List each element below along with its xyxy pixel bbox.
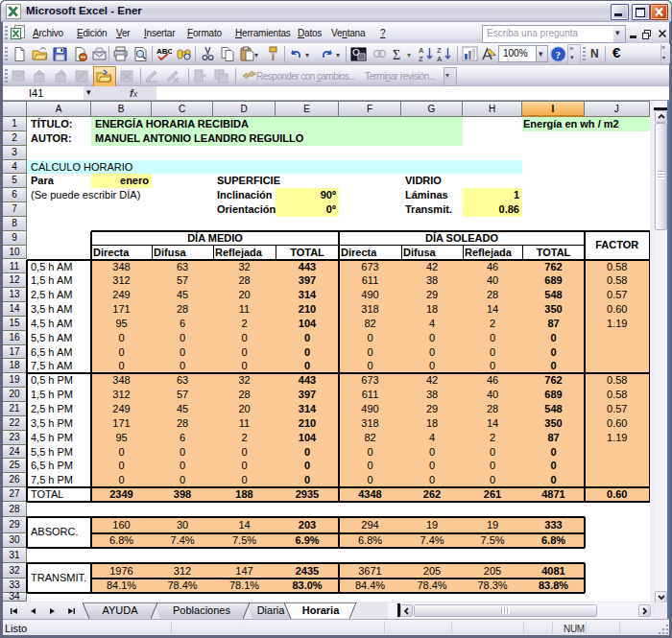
svg-text:A: A [419,46,424,55]
svg-text:ABC: ABC [156,47,172,56]
svg-text:Z: Z [437,46,442,55]
svg-text:Z: Z [419,55,423,62]
svg-text:?: ? [556,49,562,60]
svg-text:Σ: Σ [393,48,400,62]
svg-text:A: A [437,55,443,62]
